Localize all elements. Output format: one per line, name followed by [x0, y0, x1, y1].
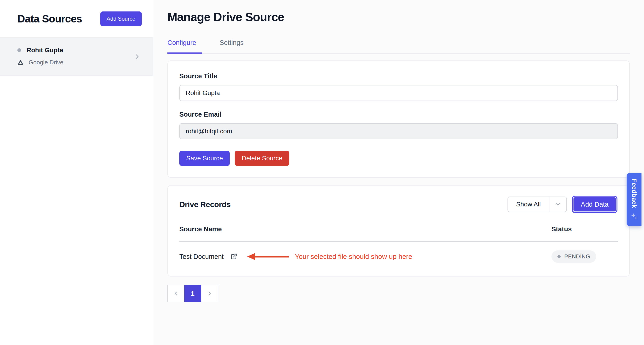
filter-selected-value: Show All [508, 197, 549, 212]
annotation-arrow: Your selected file should show up here [247, 253, 412, 260]
google-drive-icon [18, 59, 24, 66]
status-badge: PENDING [552, 250, 596, 263]
record-name: Test Document [179, 253, 224, 260]
source-email-input [179, 123, 618, 139]
source-email-field: Source Email [179, 111, 618, 139]
tab-bar: Configure Settings [168, 39, 630, 54]
column-status: Status [552, 226, 618, 233]
sidebar-title: Data Sources [18, 12, 82, 25]
source-type-row: Google Drive [18, 59, 139, 66]
drive-records-card: Drive Records Show All Add Data Source N… [168, 185, 630, 276]
source-title-input[interactable] [179, 85, 618, 101]
pagination: 1 [168, 285, 218, 302]
add-source-button[interactable]: Add Source [100, 12, 142, 26]
source-name-row: Rohit Gupta [18, 46, 139, 54]
annotation-text: Your selected file should show up here [295, 253, 412, 260]
page-title: Manage Drive Source [168, 10, 644, 24]
next-page-button[interactable] [201, 285, 218, 302]
status-dot-icon [18, 48, 21, 52]
add-data-button[interactable]: Add Data [573, 196, 616, 212]
save-source-button[interactable]: Save Source [179, 151, 230, 166]
tab-settings[interactable]: Settings [220, 39, 245, 54]
app-screen: Data Sources Add Source Rohit Gupta Goog… [0, 0, 644, 345]
page-1-button[interactable]: 1 [184, 285, 201, 302]
filter-select[interactable]: Show All [508, 196, 567, 212]
records-controls: Show All Add Data [508, 196, 618, 212]
status-label: PENDING [564, 253, 590, 260]
arrow-line [255, 256, 289, 258]
tab-configure[interactable]: Configure [168, 39, 202, 54]
sparkles-icon [630, 212, 638, 220]
records-title: Drive Records [179, 200, 230, 209]
column-source-name: Source Name [179, 226, 552, 233]
delete-source-button[interactable]: Delete Source [235, 151, 289, 166]
source-title-field: Source Title [179, 72, 618, 101]
source-email-label: Source Email [179, 111, 222, 118]
status-dot-icon [558, 255, 561, 258]
feedback-tab[interactable]: Feedback [626, 173, 642, 226]
prev-page-button[interactable] [168, 285, 184, 302]
record-status-cell: PENDING [552, 250, 618, 263]
source-type-label: Google Drive [29, 59, 64, 66]
records-header: Drive Records Show All Add Data [179, 196, 618, 212]
arrow-left-icon [247, 253, 255, 260]
table-header: Source Name Status [179, 226, 618, 242]
main-content: Manage Drive Source Configure Settings S… [153, 0, 644, 345]
chevron-right-icon [134, 53, 140, 60]
source-name: Rohit Gupta [26, 46, 63, 54]
sidebar-item-source[interactable]: Rohit Gupta Google Drive [0, 38, 153, 76]
sidebar: Data Sources Add Source Rohit Gupta Goog… [0, 0, 153, 345]
source-form-card: Source Title Source Email Save Source De… [168, 60, 630, 178]
source-title-label: Source Title [179, 72, 217, 80]
sidebar-header: Data Sources Add Source [0, 0, 153, 38]
table-row: Test Document Your selected file should … [179, 242, 618, 263]
external-link-icon[interactable] [230, 253, 238, 260]
record-name-cell: Test Document Your selected file should … [179, 253, 552, 260]
feedback-label: Feedback [630, 179, 638, 208]
form-actions: Save Source Delete Source [179, 151, 618, 166]
chevron-down-icon [549, 197, 566, 212]
